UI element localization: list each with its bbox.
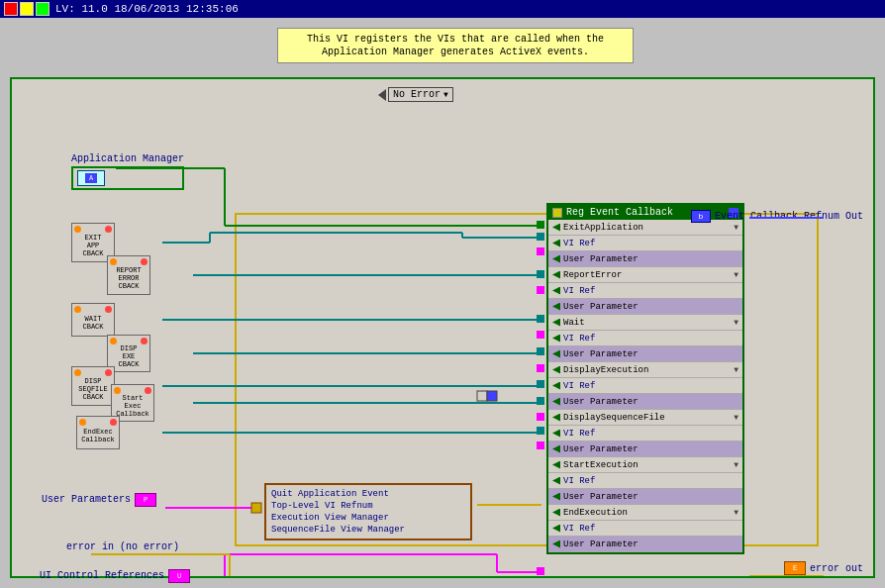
app-icon2: [20, 2, 34, 16]
exit-app-label: EXITAPPCBACK: [82, 235, 103, 257]
error-out-icon: E: [784, 561, 806, 575]
app-manager-node: Application Manager A: [71, 153, 184, 190]
disp-seqfile-label: DISPSEQFILECBACK: [78, 378, 107, 401]
reg-row-vi-ref-4: VI Ref: [548, 378, 742, 394]
reg-event-panel: Reg Event Callback ExitApplication ▼ VI …: [546, 203, 744, 554]
no-error-left-arrow: [378, 89, 386, 101]
svg-rect-48: [537, 567, 544, 575]
event-callback-out-node: b Event Callback Refnum Out: [691, 210, 863, 223]
wait-label: WAITCBACK: [82, 316, 103, 331]
wait-vi[interactable]: WAITCBACK: [71, 303, 115, 337]
cluster-row-1: Quit Application Event: [269, 488, 467, 500]
end-exec-vi[interactable]: EndExecCallback: [76, 416, 120, 449]
reg-row-vi-ref-5: VI Ref: [548, 426, 742, 441]
reg-row-user-param-5: User Parameter: [548, 441, 742, 457]
cluster-row-3: Execution View Manager: [269, 512, 467, 524]
reg-row-user-param-6: User Parameter: [548, 489, 742, 505]
reg-row-disp-seq: DisplaySequenceFile ▼: [548, 410, 742, 426]
disp-seqfile-vi[interactable]: DISPSEQFILECBACK: [71, 366, 115, 406]
ui-control-refs-node: UI Control References U: [40, 569, 190, 583]
ui-control-icon: U: [168, 569, 190, 583]
reg-row-disp-exec: DisplayExecution ▼: [548, 362, 742, 378]
app-manager-icon: A: [77, 170, 105, 186]
user-params-node: User Parameters P: [42, 493, 156, 507]
title-text: LV: 11.0 18/06/2013 12:35:06: [55, 3, 239, 15]
reg-row-start-exec: StartExecution ▼: [548, 457, 742, 473]
title-bar: LV: 11.0 18/06/2013 12:35:06: [0, 0, 885, 18]
cluster-row-2: Top-Level VI Refnum: [269, 500, 467, 512]
no-error-dropdown[interactable]: No Error ▼: [388, 87, 453, 102]
reg-row-report-error: ReportError ▼: [548, 267, 742, 283]
outer-frame: No Error ▼ Application Manager A User Pa…: [10, 77, 875, 578]
reg-row-vi-ref-2: VI Ref: [548, 283, 742, 299]
report-error-label: REPORTERRORCBACK: [116, 267, 141, 290]
cluster-row-4: SequenceFile View Manager: [269, 524, 467, 536]
reg-row-vi-ref-7: VI Ref: [548, 521, 742, 537]
user-params-icon: P: [135, 493, 156, 507]
reg-row-vi-ref-1: VI Ref: [548, 236, 742, 251]
reg-row-vi-ref-6: VI Ref: [548, 473, 742, 489]
reg-row-user-param-4: User Parameter: [548, 394, 742, 410]
start-exec-label: StartExecCallback: [116, 395, 149, 418]
reg-row-wait: Wait ▼: [548, 315, 742, 331]
cluster-box: Quit Application Event Top-Level VI Refn…: [264, 483, 472, 540]
error-out-node: E error out: [784, 561, 863, 575]
app-icon3: [36, 2, 49, 16]
reg-row-user-param-2: User Parameter: [548, 299, 742, 315]
disp-exe-label: DISPEXECBACK: [118, 345, 139, 368]
reg-row-user-param-1: User Parameter: [548, 251, 742, 267]
reg-row-user-param-7: User Parameter: [548, 537, 742, 552]
comment-box: This VI registers the VIs that are calle…: [277, 28, 634, 63]
app-manager-box: A: [71, 166, 184, 190]
end-exec-label: EndExecCallback: [81, 429, 115, 443]
reg-row-user-param-3: User Parameter: [548, 346, 742, 362]
app-icon1: [4, 2, 18, 16]
reg-row-vi-ref-3: VI Ref: [548, 331, 742, 346]
event-callback-icon: b: [691, 210, 711, 223]
error-in-node: error in (no error): [66, 541, 179, 554]
report-error-vi[interactable]: REPORTERRORCBACK: [107, 255, 150, 295]
main-canvas: This VI registers the VIs that are calle…: [0, 18, 885, 588]
reg-event-icon: [552, 208, 562, 218]
no-error-area: No Error ▼: [378, 87, 453, 102]
reg-row-end-exec: EndExecution ▼: [548, 505, 742, 521]
